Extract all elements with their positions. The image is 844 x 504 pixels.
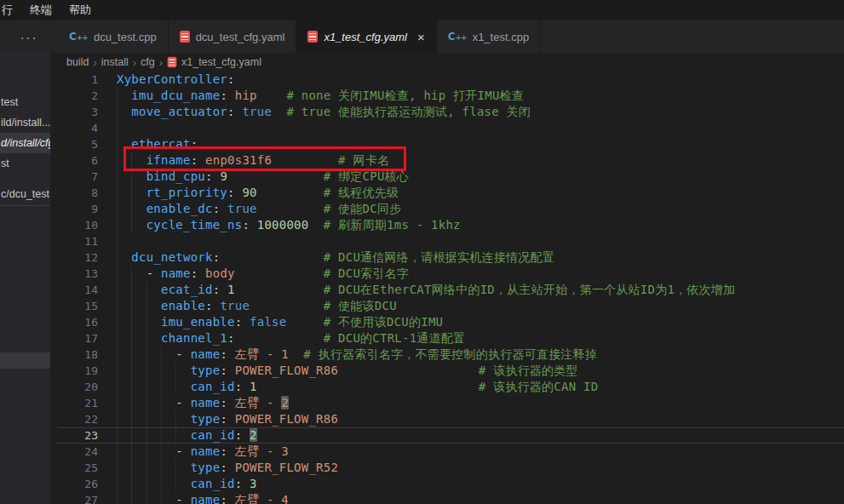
line-number[interactable]: 25	[57, 460, 98, 476]
code-text: - name: 左臂 - 1 # 执行器索引名字，不需要控制的执行器可直接注释掉	[117, 346, 597, 363]
code-line[interactable]: 14 ecat_id: 1 # DCU在EtherCAT网络中的ID，从主站开始…	[57, 282, 844, 298]
line-number[interactable]: 13	[57, 266, 98, 282]
code-token: hip	[235, 89, 257, 102]
code-token	[117, 186, 146, 199]
tab-close-icon[interactable]: ×	[417, 31, 425, 43]
sidebar-item[interactable]: st	[0, 153, 50, 174]
line-number[interactable]: 10	[57, 217, 98, 233]
line-number[interactable]: 5	[57, 136, 98, 152]
line-number[interactable]: 2	[57, 88, 98, 104]
code-text: XyberController:	[117, 72, 235, 88]
code-token: type	[191, 461, 221, 474]
tab-label: dcu_test.cpp	[94, 31, 157, 43]
line-number[interactable]: 18	[57, 346, 98, 363]
code-line[interactable]: 22 type: POWER_FLOW_R86	[57, 411, 844, 427]
line-number[interactable]: 12	[57, 249, 98, 266]
code-token	[227, 396, 235, 410]
code-token: 90	[242, 186, 256, 199]
code-line[interactable]: 10 cycle_time_ns: 1000000 # 刷新周期1ms - 1k…	[57, 217, 844, 233]
code-line[interactable]: 27 - name: 左臂 - 4	[57, 492, 844, 504]
code-line[interactable]: 6 ifname: enp0s31f6 # 网卡名	[57, 152, 844, 169]
line-number[interactable]: 17	[57, 330, 98, 346]
line-number[interactable]: 20	[57, 379, 98, 395]
line-number[interactable]: 3	[57, 104, 98, 120]
line-number[interactable]: 4	[57, 120, 98, 136]
line-number[interactable]: 8	[57, 185, 98, 201]
code-line[interactable]: 21 - name: 左臂 - 2	[57, 395, 844, 411]
code-token: 左臂 -	[235, 396, 282, 410]
code-token: ethercat	[131, 137, 190, 151]
code-token	[242, 477, 250, 490]
code-token: :	[242, 218, 250, 232]
line-number[interactable]: 6	[57, 152, 98, 169]
line-number[interactable]: 7	[57, 169, 98, 185]
more-actions-icon[interactable]: ···	[0, 20, 58, 53]
code-line[interactable]: 2 imu_dcu_name: hip # none 关闭IMU检查, hip …	[57, 88, 844, 104]
breadcrumb-segment[interactable]: build	[66, 56, 89, 68]
code-line[interactable]: 26 can_id: 3	[57, 476, 844, 492]
line-number[interactable]: 22	[57, 411, 98, 427]
code-line[interactable]: 15 enable: true # 使能该DCU	[57, 298, 844, 314]
code-line[interactable]: 9 enable_dc: true # 使能DC同步	[57, 201, 844, 217]
code-line[interactable]: 5 ethercat:	[57, 136, 844, 152]
code-line[interactable]: 17 channel_1: # DCU的CTRL-1通道配置	[57, 330, 844, 346]
line-number[interactable]: 19	[57, 363, 98, 379]
code-line[interactable]: 4	[57, 120, 844, 136]
code-line[interactable]: 20 can_id: 1 # 该执行器的CAN ID	[57, 379, 844, 395]
code-token	[117, 283, 161, 296]
tab-label: x1_test_cfg.yaml	[324, 31, 407, 43]
editor-tab[interactable]: dcu_test_cfg.yaml	[169, 20, 297, 53]
code-line[interactable]: 3 move_actuator: true # true 使能执行器运动测试, …	[57, 104, 844, 120]
line-number[interactable]: 14	[57, 282, 98, 298]
sidebar-item[interactable]: c/dcu_test...	[0, 184, 50, 204]
line-number[interactable]: 1	[57, 72, 98, 88]
code-line[interactable]: 25 type: POWER_FLOW_R52	[57, 460, 844, 476]
line-number[interactable]: 24	[57, 444, 98, 460]
breadcrumb-file[interactable]: x1_test_cfg.yaml	[181, 56, 261, 68]
line-number[interactable]: 15	[57, 298, 98, 314]
code-line[interactable]: 8 rt_priority: 90 # 线程优先级	[57, 185, 844, 201]
line-number[interactable]: 21	[57, 395, 98, 411]
code-line[interactable]: 1XyberController:	[57, 72, 844, 88]
sidebar-item[interactable]: d/install/cfg	[0, 133, 50, 153]
code-token: dcu_network	[131, 250, 212, 264]
code-line[interactable]: 19 type: POWER_FLOW_R86 # 该执行器的类型	[57, 363, 844, 379]
editor-tab[interactable]: C++x1_test.cpp	[437, 20, 541, 53]
breadcrumb-segment[interactable]: cfg	[141, 56, 155, 68]
editor[interactable]: build›install›cfg›x1_test_cfg.yaml 1Xybe…	[57, 53, 844, 504]
code-line[interactable]: 7 bind_cpu: 9 # 绑定CPU核心	[57, 169, 844, 185]
code-text: enable: true # 使能该DCU	[117, 298, 397, 314]
code-token: bind_cpu	[146, 169, 205, 183]
menu-item[interactable]: 帮助	[60, 0, 100, 20]
comment-token: # 执行器索引名字，不需要控制的执行器可直接注释掉	[303, 347, 597, 361]
line-number[interactable]: 9	[57, 201, 98, 217]
code-token	[250, 218, 257, 232]
line-number[interactable]: 26	[57, 476, 98, 492]
code-token	[117, 477, 191, 490]
code-text: can_id: 2	[117, 427, 257, 444]
code-line[interactable]: 13 - name: body # DCU索引名字	[57, 266, 844, 282]
code-token	[235, 331, 324, 345]
line-number[interactable]: 27	[57, 492, 98, 504]
code-text: imu_enable: false # 不使用该DCU的IMU	[117, 314, 443, 330]
code-line[interactable]: 18 - name: 左臂 - 1 # 执行器索引名字，不需要控制的执行器可直接…	[57, 346, 844, 363]
editor-tab[interactable]: C++dcu_test.cpp	[58, 20, 169, 53]
code-token: :	[220, 396, 227, 410]
code-token: rt_priority	[146, 186, 227, 199]
menu-item[interactable]: 行	[0, 0, 21, 20]
code-line[interactable]: 24 - name: 左臂 - 3	[57, 444, 844, 460]
code-line[interactable]: 16 imu_enable: false # 不使用该DCU的IMU	[57, 314, 844, 330]
line-number[interactable]: 16	[57, 314, 98, 330]
line-number[interactable]: 23	[57, 427, 98, 444]
sidebar-item[interactable]: test	[0, 92, 50, 112]
editor-tab[interactable]: x1_test_cfg.yaml×	[296, 20, 436, 53]
breadcrumb-segment[interactable]: install	[101, 56, 129, 68]
sidebar-item[interactable]: ild/install...	[0, 112, 50, 133]
menu-item[interactable]: 终端	[21, 0, 60, 20]
code-token	[235, 283, 324, 296]
line-number[interactable]: 11	[57, 233, 98, 249]
code-line[interactable]: 11	[57, 233, 844, 249]
code-line[interactable]: 12 dcu_network: # DCU通信网络，请根据实机连接情况配置	[57, 249, 844, 266]
code-line[interactable]: 23 can_id: 2	[57, 427, 844, 444]
code-token	[227, 444, 235, 458]
